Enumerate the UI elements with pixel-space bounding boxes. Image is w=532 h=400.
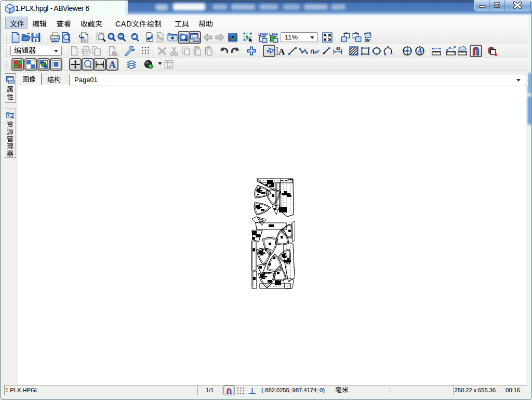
svg-text:42: 42 [336,46,340,51]
svg-text:A: A [109,59,116,70]
svg-text:A: A [278,46,285,57]
svg-text:BMP: BMP [258,32,268,37]
svg-text:EMF: EMF [269,32,278,37]
svg-text:a: a [168,63,171,69]
svg-text:35°: 35° [364,38,370,43]
svg-text:A: A [417,47,422,55]
